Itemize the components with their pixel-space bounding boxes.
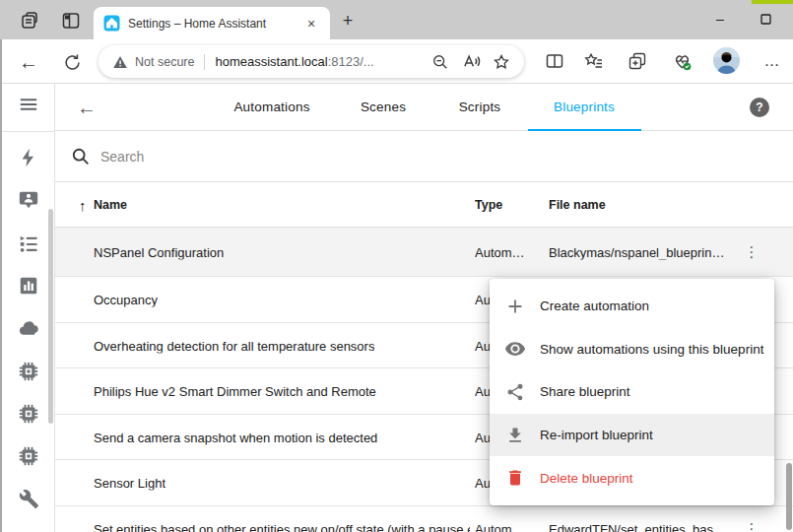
address-divider (204, 54, 205, 70)
ha-sidebar (0, 84, 55, 532)
menu-item-share-blueprint[interactable]: Share blueprint (490, 370, 774, 414)
zoom-out-icon[interactable] (430, 51, 451, 73)
tab-actions-icon[interactable] (58, 8, 84, 33)
sidebar-chip-icon-2[interactable] (17, 402, 40, 426)
sidebar-cloud-icon[interactable] (17, 316, 40, 340)
ha-header: ← Automations Scenes Scripts Blueprints … (55, 84, 793, 131)
new-tab-button[interactable]: + (336, 9, 360, 33)
sidebar-scrollbar[interactable] (48, 209, 53, 424)
tab-automations[interactable]: Automations (233, 100, 309, 114)
menu-item-create-automation[interactable]: Create automation (490, 285, 774, 328)
menu-item-label: Show automations using this blueprint (540, 342, 763, 357)
browser-menu-icon[interactable]: … (760, 48, 785, 74)
eye-icon (503, 337, 527, 361)
table-row[interactable]: Set entities based on other entities new… (55, 506, 793, 532)
window-maximize-button[interactable] (745, 0, 786, 37)
share-icon (503, 380, 527, 404)
collections-icon[interactable] (625, 48, 650, 74)
trash-icon (503, 466, 527, 490)
menu-item-label: Delete blueprint (540, 471, 633, 486)
menu-item-label: Re-import blueprint (540, 428, 653, 442)
row-type: Autom… (475, 244, 525, 259)
row-name: Set entities based on other entities new… (94, 522, 470, 532)
menu-item-delete-blueprint[interactable]: Delete blueprint (490, 456, 774, 499)
menu-item-show-automations[interactable]: Show automations using this blueprint (490, 328, 774, 371)
window-left-edge (0, 39, 2, 532)
row-overflow-icon[interactable]: ⋮ (742, 241, 761, 263)
not-secure-warning-icon (112, 54, 128, 70)
tab-title: Settings – Home Assistant (128, 17, 302, 31)
sidebar-wrench-icon[interactable] (17, 487, 40, 510)
workspaces-icon[interactable] (17, 8, 42, 33)
url-host[interactable]: homeassistant.local (215, 54, 327, 69)
window-minimize-button[interactable]: – (699, 0, 741, 37)
sidebar-divider (0, 131, 54, 132)
favorites-icon[interactable] (581, 48, 607, 74)
tab-scripts[interactable]: Scripts (459, 100, 501, 114)
sidebar-logbook-icon[interactable] (17, 232, 40, 255)
screen-edge-artifact (752, 0, 793, 4)
menu-item-label: Share blueprint (540, 384, 630, 399)
row-name: NSPanel Configuration (94, 244, 224, 259)
url-path[interactable]: :8123/... (328, 54, 374, 69)
sort-ascending-icon[interactable]: ↑ (79, 196, 87, 213)
sidebar-map-icon[interactable] (17, 188, 40, 212)
search-row (55, 131, 793, 182)
split-screen-icon[interactable] (542, 48, 567, 74)
sidebar-menu-icon[interactable] (17, 93, 40, 116)
search-icon (71, 147, 91, 166)
search-input[interactable] (100, 149, 396, 165)
ha-main: ← Automations Scenes Scripts Blueprints … (55, 84, 793, 532)
column-type[interactable]: Type (475, 198, 502, 212)
refresh-icon[interactable] (59, 49, 85, 75)
row-name: Send a camera snapshot when motion is de… (94, 430, 377, 444)
browser-tab[interactable]: Settings – Home Assistant × (94, 7, 330, 39)
row-type: Autom… (475, 522, 525, 532)
column-file-name[interactable]: File name (549, 198, 606, 212)
browser-window: Settings – Home Assistant × + – ← (0, 0, 793, 532)
security-label[interactable]: Not secure (135, 55, 194, 69)
sidebar-history-icon[interactable] (17, 274, 40, 298)
table-header: ↑ Name Type File name (55, 182, 793, 228)
profile-avatar[interactable] (713, 47, 740, 74)
browser-essentials-icon[interactable] (669, 48, 694, 74)
sidebar-chip-icon-3[interactable] (17, 444, 40, 468)
sidebar-energy-icon[interactable] (17, 146, 40, 169)
row-name: Philips Hue v2 Smart Dimmer Switch and R… (94, 384, 376, 399)
browser-titlebar: Settings – Home Assistant × + – (0, 0, 793, 39)
tab-scenes[interactable]: Scenes (361, 100, 406, 114)
menu-item-reimport-blueprint[interactable]: Re-import blueprint (490, 414, 774, 457)
ha-back-icon[interactable]: ← (75, 96, 99, 119)
tab-blueprints[interactable]: Blueprints (554, 100, 615, 114)
row-name: Sensor Light (94, 476, 165, 491)
page-scrollbar[interactable] (786, 463, 792, 530)
plus-icon (503, 295, 527, 318)
table-row[interactable]: NSPanel Configuration Autom… Blackymas/n… (55, 228, 793, 277)
address-bar[interactable]: Not secure homeassistant.local :8123/... (99, 45, 524, 78)
read-aloud-icon[interactable] (460, 51, 482, 73)
favorite-star-icon[interactable] (491, 51, 512, 73)
row-file: Blackymas/nspanel_blueprin… (549, 244, 724, 259)
tab-close-icon[interactable]: × (302, 15, 320, 33)
row-name: Overheating detection for all temperatur… (94, 338, 374, 353)
menu-item-label: Create automation (540, 299, 649, 313)
row-overflow-icon[interactable]: ⋮ (742, 518, 761, 532)
column-name[interactable]: Name (94, 198, 127, 212)
browser-back-icon[interactable]: ← (16, 49, 41, 75)
download-icon (503, 424, 527, 447)
row-file: EdwardTFN/set_entities_bas… (549, 522, 726, 532)
row-name: Occupancy (94, 293, 158, 307)
help-icon[interactable]: ? (750, 98, 769, 117)
blueprint-context-menu: Create automation Show automations using… (490, 279, 774, 505)
home-assistant-favicon (103, 15, 120, 32)
browser-toolbar: ← Not secure homeassistant.local :8123/.… (0, 39, 793, 84)
sidebar-chip-icon-1[interactable] (17, 360, 40, 383)
